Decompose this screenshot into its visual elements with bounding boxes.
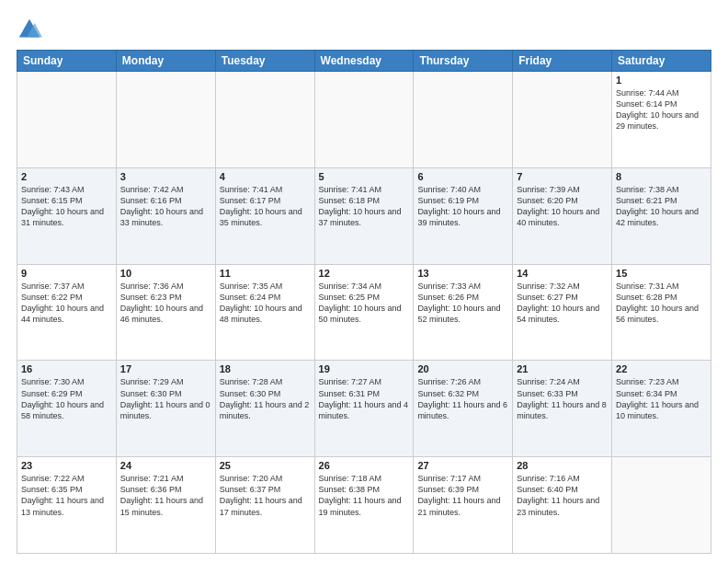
calendar-cell: 23Sunrise: 7:22 AM Sunset: 6:35 PM Dayli… [17, 457, 117, 554]
calendar-cell [612, 457, 711, 554]
calendar-cell: 5Sunrise: 7:41 AM Sunset: 6:18 PM Daylig… [314, 167, 414, 264]
day-info: Sunrise: 7:28 AM Sunset: 6:30 PM Dayligh… [220, 376, 311, 421]
week-row-1: 2Sunrise: 7:43 AM Sunset: 6:15 PM Daylig… [17, 167, 711, 264]
weekday-header-monday: Monday [116, 51, 215, 72]
weekday-header-thursday: Thursday [414, 51, 513, 72]
day-info: Sunrise: 7:35 AM Sunset: 6:24 PM Dayligh… [220, 281, 311, 326]
calendar-cell: 3Sunrise: 7:42 AM Sunset: 6:16 PM Daylig… [116, 167, 215, 264]
day-info: Sunrise: 7:38 AM Sunset: 6:21 PM Dayligh… [616, 184, 707, 229]
day-info: Sunrise: 7:17 AM Sunset: 6:39 PM Dayligh… [417, 473, 508, 518]
calendar-cell: 10Sunrise: 7:36 AM Sunset: 6:23 PM Dayli… [116, 264, 215, 361]
week-row-0: 1Sunrise: 7:44 AM Sunset: 6:14 PM Daylig… [17, 72, 711, 168]
day-number: 4 [220, 171, 311, 182]
calendar-cell: 27Sunrise: 7:17 AM Sunset: 6:39 PM Dayli… [414, 457, 513, 554]
calendar-cell: 6Sunrise: 7:40 AM Sunset: 6:19 PM Daylig… [414, 167, 513, 264]
day-number: 25 [220, 460, 311, 471]
calendar-cell: 22Sunrise: 7:23 AM Sunset: 6:34 PM Dayli… [612, 361, 711, 457]
week-row-3: 16Sunrise: 7:30 AM Sunset: 6:29 PM Dayli… [17, 361, 711, 457]
calendar-cell: 16Sunrise: 7:30 AM Sunset: 6:29 PM Dayli… [17, 361, 117, 457]
calendar-cell: 17Sunrise: 7:29 AM Sunset: 6:30 PM Dayli… [116, 361, 215, 457]
logo [17, 17, 44, 42]
calendar-cell: 4Sunrise: 7:41 AM Sunset: 6:17 PM Daylig… [215, 167, 314, 264]
calendar-cell: 19Sunrise: 7:27 AM Sunset: 6:31 PM Dayli… [314, 361, 414, 457]
day-info: Sunrise: 7:40 AM Sunset: 6:19 PM Dayligh… [417, 184, 508, 229]
day-info: Sunrise: 7:33 AM Sunset: 6:26 PM Dayligh… [417, 281, 508, 326]
day-number: 26 [319, 460, 410, 471]
day-info: Sunrise: 7:39 AM Sunset: 6:20 PM Dayligh… [517, 184, 608, 229]
weekday-header-wednesday: Wednesday [314, 51, 414, 72]
calendar-cell: 1Sunrise: 7:44 AM Sunset: 6:14 PM Daylig… [612, 72, 711, 168]
calendar-cell: 28Sunrise: 7:16 AM Sunset: 6:40 PM Dayli… [513, 457, 612, 554]
day-info: Sunrise: 7:44 AM Sunset: 6:14 PM Dayligh… [616, 87, 707, 132]
day-number: 2 [21, 171, 112, 182]
day-number: 9 [21, 268, 112, 279]
day-info: Sunrise: 7:43 AM Sunset: 6:15 PM Dayligh… [21, 184, 112, 229]
logo-icon [17, 17, 42, 42]
day-info: Sunrise: 7:41 AM Sunset: 6:17 PM Dayligh… [220, 184, 311, 229]
day-number: 1 [616, 75, 707, 86]
day-info: Sunrise: 7:30 AM Sunset: 6:29 PM Dayligh… [21, 376, 112, 421]
calendar-cell: 12Sunrise: 7:34 AM Sunset: 6:25 PM Dayli… [314, 264, 414, 361]
calendar-cell: 11Sunrise: 7:35 AM Sunset: 6:24 PM Dayli… [215, 264, 314, 361]
day-info: Sunrise: 7:20 AM Sunset: 6:37 PM Dayligh… [220, 473, 311, 518]
day-info: Sunrise: 7:42 AM Sunset: 6:16 PM Dayligh… [120, 184, 211, 229]
day-info: Sunrise: 7:36 AM Sunset: 6:23 PM Dayligh… [120, 281, 211, 326]
day-number: 7 [517, 171, 608, 182]
calendar-cell [414, 72, 513, 168]
calendar-cell [116, 72, 215, 168]
calendar-cell [215, 72, 314, 168]
calendar-cell [513, 72, 612, 168]
day-info: Sunrise: 7:37 AM Sunset: 6:22 PM Dayligh… [21, 281, 112, 326]
day-number: 18 [220, 363, 311, 374]
calendar-cell: 7Sunrise: 7:39 AM Sunset: 6:20 PM Daylig… [513, 167, 612, 264]
week-row-2: 9Sunrise: 7:37 AM Sunset: 6:22 PM Daylig… [17, 264, 711, 361]
calendar-cell: 25Sunrise: 7:20 AM Sunset: 6:37 PM Dayli… [215, 457, 314, 554]
day-number: 21 [517, 363, 608, 374]
day-number: 22 [616, 363, 707, 374]
calendar-cell: 14Sunrise: 7:32 AM Sunset: 6:27 PM Dayli… [513, 264, 612, 361]
calendar-cell: 24Sunrise: 7:21 AM Sunset: 6:36 PM Dayli… [116, 457, 215, 554]
day-number: 6 [417, 171, 508, 182]
page: SundayMondayTuesdayWednesdayThursdayFrid… [0, 0, 728, 563]
day-info: Sunrise: 7:22 AM Sunset: 6:35 PM Dayligh… [21, 473, 112, 518]
day-number: 10 [120, 268, 211, 279]
day-number: 27 [417, 460, 508, 471]
calendar-cell: 13Sunrise: 7:33 AM Sunset: 6:26 PM Dayli… [414, 264, 513, 361]
day-number: 24 [120, 460, 211, 471]
day-info: Sunrise: 7:31 AM Sunset: 6:28 PM Dayligh… [616, 281, 707, 326]
day-info: Sunrise: 7:21 AM Sunset: 6:36 PM Dayligh… [120, 473, 211, 518]
day-number: 17 [120, 363, 211, 374]
calendar-cell: 9Sunrise: 7:37 AM Sunset: 6:22 PM Daylig… [17, 264, 117, 361]
day-number: 8 [616, 171, 707, 182]
calendar-cell [314, 72, 414, 168]
calendar-table: SundayMondayTuesdayWednesdayThursdayFrid… [17, 50, 711, 554]
day-number: 14 [517, 268, 608, 279]
day-info: Sunrise: 7:34 AM Sunset: 6:25 PM Dayligh… [319, 281, 410, 326]
day-number: 5 [319, 171, 410, 182]
calendar-cell: 26Sunrise: 7:18 AM Sunset: 6:38 PM Dayli… [314, 457, 414, 554]
weekday-header-saturday: Saturday [612, 51, 711, 72]
week-row-4: 23Sunrise: 7:22 AM Sunset: 6:35 PM Dayli… [17, 457, 711, 554]
calendar-cell: 20Sunrise: 7:26 AM Sunset: 6:32 PM Dayli… [414, 361, 513, 457]
day-number: 16 [21, 363, 112, 374]
day-info: Sunrise: 7:26 AM Sunset: 6:32 PM Dayligh… [417, 376, 508, 421]
day-number: 23 [21, 460, 112, 471]
day-number: 11 [220, 268, 311, 279]
day-number: 19 [319, 363, 410, 374]
day-info: Sunrise: 7:23 AM Sunset: 6:34 PM Dayligh… [616, 376, 707, 421]
day-info: Sunrise: 7:16 AM Sunset: 6:40 PM Dayligh… [517, 473, 608, 518]
day-info: Sunrise: 7:32 AM Sunset: 6:27 PM Dayligh… [517, 281, 608, 326]
calendar-cell: 15Sunrise: 7:31 AM Sunset: 6:28 PM Dayli… [612, 264, 711, 361]
header [17, 17, 711, 42]
day-number: 28 [517, 460, 608, 471]
weekday-header-sunday: Sunday [17, 51, 117, 72]
weekday-header-friday: Friday [513, 51, 612, 72]
calendar-cell: 8Sunrise: 7:38 AM Sunset: 6:21 PM Daylig… [612, 167, 711, 264]
day-info: Sunrise: 7:27 AM Sunset: 6:31 PM Dayligh… [319, 376, 410, 421]
calendar-cell: 21Sunrise: 7:24 AM Sunset: 6:33 PM Dayli… [513, 361, 612, 457]
day-info: Sunrise: 7:29 AM Sunset: 6:30 PM Dayligh… [120, 376, 211, 421]
day-number: 12 [319, 268, 410, 279]
day-info: Sunrise: 7:24 AM Sunset: 6:33 PM Dayligh… [517, 376, 608, 421]
day-info: Sunrise: 7:18 AM Sunset: 6:38 PM Dayligh… [319, 473, 410, 518]
calendar-cell: 2Sunrise: 7:43 AM Sunset: 6:15 PM Daylig… [17, 167, 117, 264]
